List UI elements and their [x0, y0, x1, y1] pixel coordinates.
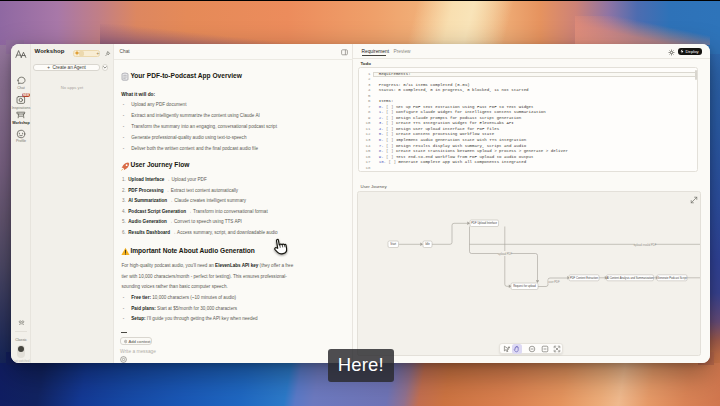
svg-text:AI Content Analysis and Summar: AI Content Analysis and Summarization — [606, 276, 654, 280]
svg-text:PDF Content Extraction: PDF Content Extraction — [569, 276, 598, 280]
svg-text:Request for upload: Request for upload — [513, 284, 536, 288]
svg-text:upload invalid PDF: upload invalid PDF — [633, 242, 656, 246]
svg-text:Start: Start — [390, 242, 396, 246]
svg-text:PDF Upload Interface: PDF Upload Interface — [471, 221, 497, 225]
svg-text:Generate Podcast Script: Generate Podcast Script — [657, 276, 687, 280]
svg-text:upload PDF: upload PDF — [497, 251, 512, 255]
svg-text:Idle: Idle — [425, 242, 430, 246]
svg-text:user PDF: user PDF — [548, 279, 560, 283]
